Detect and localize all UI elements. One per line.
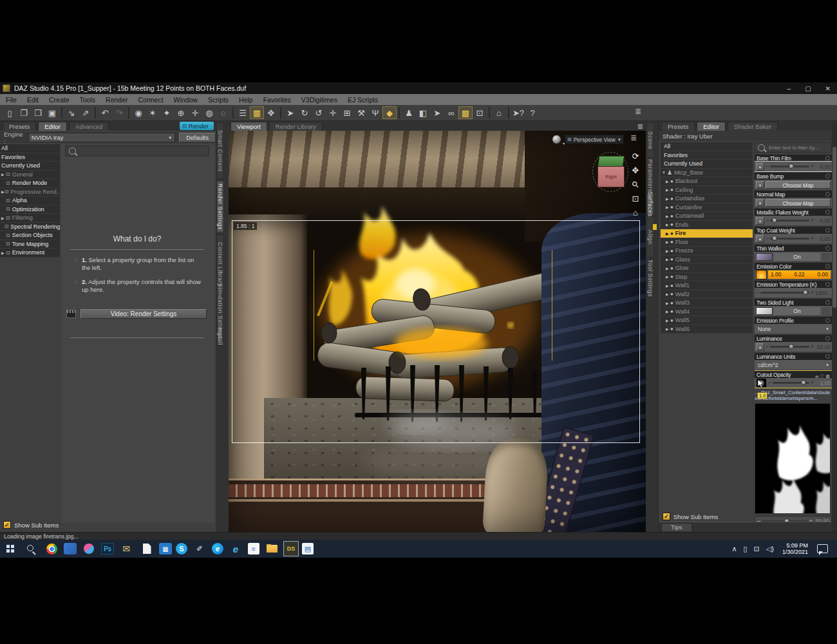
slider-plus[interactable]: + <box>809 517 813 522</box>
menu-item[interactable]: File <box>1 95 21 104</box>
expand-arrow-icon[interactable]: ▶ <box>1 251 6 255</box>
toolbar-icon[interactable] <box>95 107 96 118</box>
slider-track[interactable] <box>770 238 809 240</box>
expand-arrow-icon[interactable]: ▶ <box>666 327 670 331</box>
toolbar-icon[interactable] <box>61 107 62 118</box>
toggle-swatch[interactable] <box>756 253 773 261</box>
slider-plus[interactable]: + <box>811 379 814 387</box>
menu-item[interactable]: Render <box>101 95 132 104</box>
pane-tab[interactable]: Presets <box>661 122 695 131</box>
expand-arrow-icon[interactable]: ▶ <box>666 205 670 209</box>
show-sub-items-left[interactable]: ✓ Show Sub Items <box>3 521 59 529</box>
slider-minus[interactable]: – <box>766 343 769 351</box>
node-select-icon[interactable]: ➤ <box>283 106 297 119</box>
menu-item[interactable]: Favorites <box>259 95 296 104</box>
dock-tab[interactable]: Render Settings <box>216 180 224 233</box>
merge-file-icon[interactable]: ❒ <box>31 106 45 119</box>
close-button[interactable]: ✕ <box>825 85 831 92</box>
expand-arrow-icon[interactable]: ▶ <box>666 179 670 184</box>
new-point-light-icon[interactable]: ✦ <box>160 106 174 119</box>
viewport-pane-options-icon[interactable]: ≣ <box>637 122 643 131</box>
chrome-icon[interactable] <box>43 541 60 556</box>
daz-home-icon[interactable]: ⌂ <box>492 106 506 119</box>
link-chain-icon[interactable]: ∞ <box>444 106 458 119</box>
filter-row[interactable]: Favorites <box>661 151 753 160</box>
surface-row[interactable]: ▶ ● Wall4 <box>661 308 753 317</box>
slider-value[interactable]: 0.00 <box>815 218 831 224</box>
joint-editor-icon[interactable]: ⚒ <box>354 106 368 119</box>
slider-track[interactable] <box>760 292 809 294</box>
expand-arrow-icon[interactable]: ▶ <box>666 196 670 201</box>
expand-arrow-icon[interactable]: ▶ <box>666 292 670 296</box>
node-box-icon[interactable]: ◧ <box>416 106 430 119</box>
device-app-icon[interactable] <box>64 543 77 554</box>
render-camera-icon[interactable]: ⊡ <box>473 106 487 119</box>
sticky-notes-icon[interactable]: ≡ <box>248 543 259 554</box>
surface-row[interactable]: ▶ ● Wall3 <box>661 299 753 308</box>
document-app-icon[interactable] <box>138 541 155 556</box>
reset-view-icon[interactable]: ⌂ <box>633 208 638 218</box>
map-options-button[interactable]: ▼ <box>756 181 764 189</box>
taskbar-clock[interactable]: 5:09 PM 1/30/2021 <box>782 542 808 556</box>
surface-row[interactable]: ▶ ● Ceiling <box>661 186 753 195</box>
slider-options-button[interactable]: ▼ <box>756 217 764 225</box>
dropdown-value[interactable]: cd/cm^2 <box>756 362 824 368</box>
expand-arrow-icon[interactable]: ▶ <box>666 214 670 218</box>
search-button[interactable] <box>23 541 39 556</box>
choose-map-button[interactable]: Choose Map <box>766 181 831 189</box>
notification-center-icon[interactable] <box>817 544 828 553</box>
phone-tray-icon[interactable]: ▯ <box>744 545 748 553</box>
skype-icon[interactable]: S <box>176 543 187 554</box>
property-search[interactable] <box>755 142 832 153</box>
slider-track[interactable] <box>770 346 809 348</box>
open-file-icon[interactable]: ❐ <box>17 106 31 119</box>
calculator-icon[interactable]: ▦ <box>159 543 172 554</box>
menu-item[interactable]: Window <box>169 95 202 104</box>
slider-thumb[interactable] <box>772 236 777 241</box>
slider-options-button[interactable]: ▼ <box>756 343 764 351</box>
menu-item[interactable]: Help <box>234 95 258 104</box>
tray-chevron-icon[interactable]: ∧ <box>731 545 737 553</box>
pane-tab[interactable]: Editor <box>38 122 67 131</box>
surface-row[interactable]: ▶ ● Curtaindias <box>661 194 753 204</box>
settings-group-row[interactable]: ▶ ⊡ General <box>0 171 60 180</box>
edge-icon[interactable]: e <box>212 543 223 554</box>
scene-list-icon[interactable]: ☰ <box>236 106 250 119</box>
expand-arrow-icon[interactable]: ▶ <box>666 222 670 227</box>
translate-tool-icon[interactable]: ✛ <box>326 106 340 119</box>
dock-tab[interactable]: Scene <box>646 122 654 158</box>
filter-row[interactable]: Currently Used <box>661 160 753 169</box>
viewport-options-icon[interactable]: ≣ <box>630 133 637 142</box>
slider-value[interactable]: 0.00 <box>815 164 831 170</box>
journal-app-icon[interactable]: ▤ <box>302 543 314 554</box>
tree-root-row[interactable]: ▼ ♟ Mtcp_Base <box>661 169 753 178</box>
pane-tab[interactable]: Shader Baker <box>728 122 778 131</box>
slider-track[interactable] <box>770 166 809 167</box>
surface-row[interactable]: ▶ ● Wall6 <box>661 325 753 334</box>
new-file-icon[interactable]: ▯ <box>3 106 17 119</box>
surface-row[interactable]: ▶ ● Wall5 <box>661 316 753 325</box>
save-icon[interactable]: ▣ <box>45 106 59 119</box>
slider-track[interactable] <box>773 382 809 384</box>
orbit-icon[interactable]: ⟳ <box>632 151 639 161</box>
surface-row[interactable]: ▶ ● Glow <box>661 264 753 273</box>
pointer-icon[interactable]: ➤ <box>430 106 444 119</box>
paint3d-icon[interactable]: ✐ <box>191 541 208 556</box>
expand-arrow-icon[interactable]: ▶ <box>666 301 670 305</box>
toolbar-icon[interactable] <box>128 107 129 118</box>
expand-arrow-icon[interactable]: ▶ <box>666 283 670 288</box>
volume-icon[interactable]: ◁) <box>766 545 774 553</box>
settings-group-row[interactable]: ▶ ⊡ Tone Mapping <box>0 240 60 249</box>
expand-arrow-icon[interactable]: ▶ <box>666 231 670 236</box>
surface-row[interactable]: ▶ ● Step <box>661 273 753 282</box>
slider-value[interactable]: 50.00 <box>815 344 831 350</box>
whats-this-icon[interactable]: ➤? <box>511 106 525 119</box>
slider-minus[interactable]: – <box>768 379 771 387</box>
viewport-tab[interactable]: Render Library <box>269 122 323 131</box>
scale-tool-icon[interactable]: ⊞ <box>340 106 354 119</box>
internet-explorer-icon[interactable]: e <box>227 541 244 556</box>
mail-icon[interactable]: ✉ <box>118 541 135 556</box>
expand-arrow-icon[interactable]: ▶ <box>666 266 670 270</box>
slider-options-button[interactable]: ▼ <box>756 163 764 171</box>
dock-tab[interactable]: Surfaces <box>646 193 654 215</box>
